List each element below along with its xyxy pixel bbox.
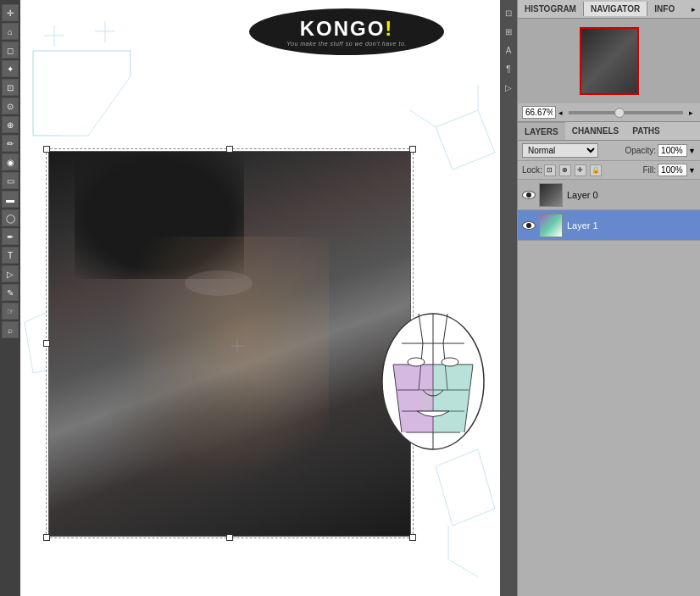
tool-eraser[interactable]: ▭: [2, 172, 19, 189]
tool-clone[interactable]: ◉: [2, 153, 19, 170]
layer-1-eye-icon[interactable]: [522, 221, 536, 230]
layer-0-eye-icon[interactable]: [522, 191, 536, 199]
opacity-input[interactable]: [658, 144, 687, 157]
tool-crop[interactable]: ⊡: [2, 79, 19, 96]
layers-empty-space: [518, 241, 700, 410]
layer-panel-tabs: LAYERS CHANNELS PATHS: [518, 122, 700, 141]
tool-dodge[interactable]: ◯: [2, 209, 19, 226]
navigator-preview-image: [581, 29, 637, 93]
zoom-input[interactable]: [522, 106, 556, 119]
layer-0-eye-pupil: [526, 192, 531, 198]
panel-top-tabs: HISTOGRAM NAVIGATOR INFO ▸: [518, 0, 700, 19]
tab-navigator[interactable]: NAVIGATOR: [583, 2, 647, 16]
layer-0-name: Layer 0: [567, 190, 598, 200]
photo-content: [49, 152, 410, 536]
lock-all-icon[interactable]: 🔒: [590, 164, 602, 176]
svg-point-31: [408, 358, 425, 366]
panel-close-button[interactable]: ▸: [687, 3, 700, 15]
blend-mode-select[interactable]: Normal: [522, 143, 598, 158]
panel-tool-5[interactable]: ▷: [502, 79, 515, 96]
layer-0-thumbnail: [539, 183, 563, 207]
layer-item-0[interactable]: Layer 0: [518, 180, 700, 210]
tool-brush[interactable]: ✏: [2, 135, 19, 152]
layer-1-visibility[interactable]: [521, 218, 536, 233]
tab-histogram[interactable]: HISTOGRAM: [518, 2, 583, 16]
zoom-slider[interactable]: [569, 111, 683, 114]
tab-layers[interactable]: LAYERS: [518, 122, 565, 140]
panel-toolbar: ⊡ ⊞ A ¶ ▷: [500, 0, 517, 596]
panel-tool-3[interactable]: A: [502, 42, 515, 58]
right-panel: HISTOGRAM NAVIGATOR INFO ▸ ◂ ▸ LAYERS CH…: [517, 0, 700, 596]
logo-area: KONGO! You make the stuff so we don't ha…: [249, 8, 453, 59]
panel-tool-1[interactable]: ⊡: [502, 4, 515, 21]
face-diagram-overlay[interactable]: [376, 301, 491, 462]
fill-label: Fill:: [643, 165, 657, 175]
opacity-label: Opacity:: [625, 146, 656, 155]
lock-move-icon[interactable]: ✛: [575, 164, 586, 176]
layer-0-thumb-image: [540, 184, 562, 206]
lock-position-icon[interactable]: ⊡: [544, 164, 556, 176]
logo-tagline: You make the stuff so we don't have to.: [286, 41, 406, 47]
layer-1-eye-pupil: [526, 223, 531, 228]
tool-eyedropper[interactable]: ⊙: [2, 97, 19, 114]
tab-paths[interactable]: PATHS: [625, 122, 666, 140]
layer-1-name: Layer 1: [567, 220, 598, 231]
tool-type[interactable]: T: [2, 247, 19, 264]
tool-shape[interactable]: ▷: [2, 265, 19, 282]
tab-info[interactable]: INFO: [647, 2, 681, 16]
panel-tool-2[interactable]: ⊞: [502, 23, 515, 40]
layer-1-thumbnail: [539, 214, 563, 237]
layer-0-visibility[interactable]: [521, 187, 536, 203]
photo-layer[interactable]: [48, 151, 411, 537]
fill-input[interactable]: [658, 164, 687, 176]
lock-fill-row: Lock: ⊡ ⊕ ✛ 🔒 Fill: ▼: [518, 161, 700, 180]
layer-1-thumb-image: [540, 214, 562, 237]
panel-tool-4[interactable]: ¶: [502, 60, 515, 77]
tool-hand[interactable]: ☞: [2, 303, 19, 320]
tab-channels[interactable]: CHANNELS: [565, 122, 626, 140]
zoom-slider-thumb[interactable]: [614, 108, 625, 118]
logo-brand-text: KONGO!: [300, 17, 394, 41]
tool-heal[interactable]: ⊕: [2, 116, 19, 133]
tool-pen[interactable]: ✒: [2, 228, 19, 245]
navigator-preview: [518, 19, 700, 103]
logo-oval: KONGO! You make the stuff so we don't ha…: [249, 8, 444, 55]
tool-notes[interactable]: ✎: [2, 284, 19, 301]
blend-opacity-row: Normal Opacity: ▼: [518, 141, 700, 161]
zoom-increase-icon[interactable]: ▸: [686, 109, 696, 117]
layers-list: Layer 0 Layer 1: [518, 180, 700, 241]
tool-move[interactable]: ✛: [2, 4, 19, 21]
opacity-arrow[interactable]: ▼: [688, 147, 696, 155]
zoom-bar: ◂ ▸: [518, 103, 700, 122]
tool-lasso[interactable]: ◻: [2, 42, 19, 58]
crosshair: [231, 339, 244, 353]
tool-zoom-tool[interactable]: ⌕: [2, 321, 19, 338]
fill-arrow[interactable]: ▼: [688, 166, 696, 175]
layer-item-1[interactable]: Layer 1: [518, 210, 700, 241]
tool-magic-wand[interactable]: ✦: [2, 60, 19, 77]
face-diagram-svg: [376, 301, 491, 462]
lock-label: Lock:: [522, 165, 542, 175]
zoom-decrease-icon[interactable]: ◂: [556, 109, 565, 117]
svg-point-32: [442, 358, 458, 366]
navigator-preview-box[interactable]: [580, 27, 639, 95]
canvas-area: KONGO! You make the stuff so we don't ha…: [20, 0, 500, 596]
lock-pixels-icon[interactable]: ⊕: [559, 164, 571, 176]
left-toolbar: ✛ ⌂ ◻ ✦ ⊡ ⊙ ⊕ ✏ ◉ ▭ ▬ ◯ ✒ T ▷ ✎ ☞ ⌕: [0, 0, 20, 596]
tool-select[interactable]: ⌂: [2, 23, 19, 40]
tool-gradient[interactable]: ▬: [2, 191, 19, 208]
